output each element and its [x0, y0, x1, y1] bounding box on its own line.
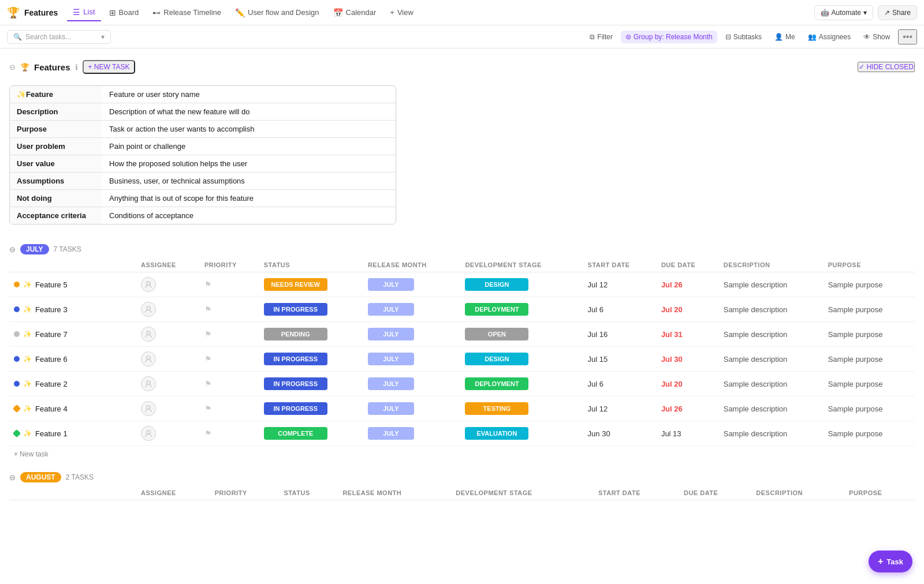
task-priority-cell[interactable]: ⚑ [200, 421, 259, 446]
task-name[interactable]: Feature 7 [35, 330, 68, 339]
flag-icon[interactable]: ⚑ [204, 429, 212, 438]
flag-icon[interactable]: ⚑ [204, 305, 212, 314]
aug-col-due-header: DUE DATE [679, 486, 751, 500]
task-release-cell[interactable]: JULY [363, 272, 461, 297]
task-release-cell[interactable]: JULY [363, 372, 461, 396]
assignee-avatar[interactable] [141, 351, 156, 366]
task-priority-cell[interactable]: ⚑ [200, 322, 259, 347]
task-status-cell[interactable]: IN PROGRESS [259, 347, 363, 372]
task-status-cell[interactable]: NEEDS REVIEW [259, 272, 363, 297]
dev-badge[interactable]: DESIGN [465, 353, 528, 365]
group-by-button[interactable]: ⊜ Group by: Release Month [621, 31, 717, 43]
status-badge[interactable]: IN PROGRESS [264, 377, 327, 390]
tab-board[interactable]: ⊞ Board [103, 5, 145, 21]
release-badge[interactable]: JULY [368, 402, 414, 415]
flag-icon[interactable]: ⚑ [204, 330, 212, 339]
task-dev-cell[interactable]: OPEN [460, 322, 583, 347]
task-due-date: Jul 26 [657, 396, 719, 421]
svg-point-4 [147, 381, 150, 384]
task-name[interactable]: Feature 4 [35, 405, 68, 413]
collapse-icon[interactable]: ⊖ [9, 63, 16, 72]
new-task-button[interactable]: + NEW TASK [83, 60, 136, 74]
task-release-cell[interactable]: JULY [363, 347, 461, 372]
task-name[interactable]: Feature 2 [35, 380, 68, 388]
flag-icon[interactable]: ⚑ [204, 354, 212, 364]
tab-release-timeline[interactable]: ⊷ Release Timeline [147, 5, 227, 21]
task-dev-cell[interactable]: DESIGN [460, 347, 583, 372]
assignee-avatar[interactable] [141, 401, 156, 416]
status-badge[interactable]: NEEDS REVIEW [264, 278, 327, 291]
task-status-cell[interactable]: IN PROGRESS [259, 297, 363, 322]
tab-user-flow[interactable]: ✏️ User flow and Design [229, 5, 325, 21]
flag-icon[interactable]: ⚑ [204, 280, 212, 289]
assignee-avatar[interactable] [141, 327, 156, 342]
status-badge[interactable]: PENDING [264, 328, 327, 340]
task-status-cell[interactable]: IN PROGRESS [259, 372, 363, 396]
task-name[interactable]: Feature 3 [35, 305, 68, 314]
task-name[interactable]: Feature 5 [35, 280, 68, 289]
search-box[interactable]: 🔍 Search tasks... ▾ [7, 30, 111, 44]
info-icon[interactable]: ℹ [75, 63, 78, 72]
task-dev-cell[interactable]: DESIGN [460, 272, 583, 297]
release-badge[interactable]: JULY [368, 377, 414, 390]
task-priority-cell[interactable]: ⚑ [200, 347, 259, 372]
task-dev-cell[interactable]: DEPLOYMENT [460, 372, 583, 396]
share-button[interactable]: ↗ Share [878, 5, 917, 20]
task-status-cell[interactable]: COMPLETE [259, 421, 363, 446]
filter-button[interactable]: ⧉ Filter [585, 31, 617, 43]
july-badge[interactable]: JULY [20, 244, 49, 254]
task-dev-cell[interactable]: TESTING [460, 396, 583, 421]
task-dev-cell[interactable]: DEPLOYMENT [460, 297, 583, 322]
automate-button[interactable]: 🤖 Automate ▾ [814, 5, 873, 20]
task-due-date: Jul 20 [657, 297, 719, 322]
dev-badge[interactable]: TESTING [465, 402, 528, 415]
task-priority-cell[interactable]: ⚑ [200, 396, 259, 421]
release-badge[interactable]: JULY [368, 278, 414, 291]
release-badge[interactable]: JULY [368, 353, 414, 365]
task-priority-cell[interactable]: ⚑ [200, 297, 259, 322]
assignees-button[interactable]: 👥 Assignees [803, 31, 855, 43]
dev-badge[interactable]: DESIGN [465, 278, 528, 291]
tab-calendar[interactable]: 📅 Calendar [327, 5, 382, 21]
task-priority-cell[interactable]: ⚑ [200, 272, 259, 297]
july-new-task-link[interactable]: + New task [14, 450, 49, 458]
dev-badge[interactable]: EVALUATION [465, 427, 528, 440]
dev-badge[interactable]: OPEN [465, 328, 528, 340]
task-name[interactable]: Feature 6 [35, 355, 68, 364]
task-release-cell[interactable]: JULY [363, 421, 461, 446]
task-priority-cell[interactable]: ⚑ [200, 372, 259, 396]
august-collapse-icon[interactable]: ⊖ [9, 473, 16, 482]
july-collapse-icon[interactable]: ⊖ [9, 245, 16, 254]
status-badge[interactable]: COMPLETE [264, 427, 327, 440]
assignee-avatar[interactable] [141, 426, 156, 441]
task-release-cell[interactable]: JULY [363, 297, 461, 322]
more-options-button[interactable]: ••• [898, 29, 917, 44]
task-release-cell[interactable]: JULY [363, 396, 461, 421]
me-button[interactable]: 👤 Me [770, 31, 800, 43]
dev-badge[interactable]: DEPLOYMENT [465, 377, 528, 390]
task-status-cell[interactable]: IN PROGRESS [259, 396, 363, 421]
flag-icon[interactable]: ⚑ [204, 379, 212, 388]
task-release-cell[interactable]: JULY [363, 322, 461, 347]
assignee-avatar[interactable] [141, 302, 156, 317]
tab-view[interactable]: + View [384, 5, 419, 20]
status-badge[interactable]: IN PROGRESS [264, 353, 327, 365]
release-badge[interactable]: JULY [368, 328, 414, 340]
status-badge[interactable]: IN PROGRESS [264, 402, 327, 415]
subtasks-button[interactable]: ⊟ Subtasks [721, 31, 766, 43]
release-badge[interactable]: JULY [368, 303, 414, 316]
task-status-cell[interactable]: PENDING [259, 322, 363, 347]
task-name[interactable]: Feature 1 [35, 429, 68, 438]
show-button[interactable]: 👁 Show [859, 31, 895, 43]
flag-icon[interactable]: ⚑ [204, 404, 212, 413]
task-dev-cell[interactable]: EVALUATION [460, 421, 583, 446]
august-badge[interactable]: AUGUST [20, 472, 61, 482]
release-badge[interactable]: JULY [368, 427, 414, 440]
tab-list[interactable]: ☰ List [67, 4, 100, 21]
dev-badge[interactable]: DEPLOYMENT [465, 303, 528, 316]
assignee-avatar[interactable] [141, 376, 156, 391]
hide-closed-button[interactable]: ✓ HIDE CLOSED [858, 62, 915, 72]
status-badge[interactable]: IN PROGRESS [264, 303, 327, 316]
feature-value-cell: Pain point or challenge [102, 138, 396, 155]
assignee-avatar[interactable] [141, 277, 156, 292]
